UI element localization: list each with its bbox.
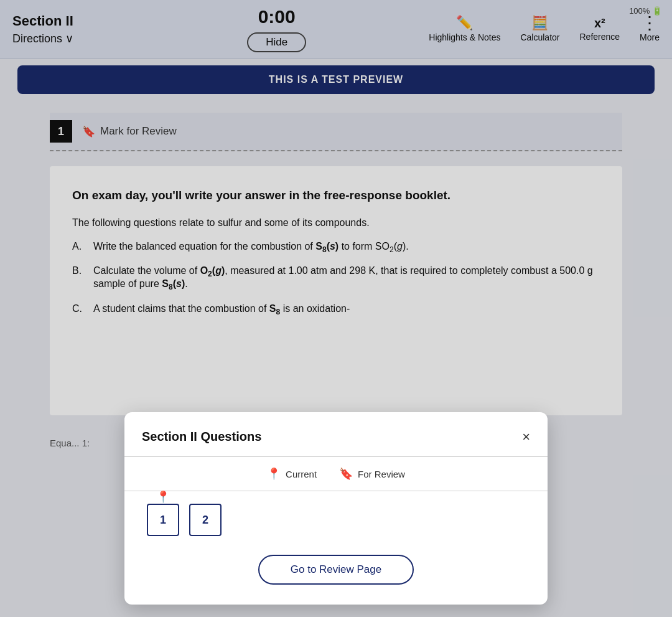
legend-current: 📍 Current (267, 467, 317, 481)
question-nav-2[interactable]: 2 (189, 504, 222, 536)
modal-legend: 📍 Current 🔖 For Review (142, 467, 530, 481)
grid-item-1: 📍 1 (147, 504, 179, 536)
modal-title-row: Section II Questions × (142, 430, 530, 444)
modal-footer: Go to Review Page (142, 555, 530, 585)
legend-review: 🔖 For Review (339, 467, 405, 481)
section-questions-modal: Section II Questions × 📍 Current 🔖 For R… (124, 412, 548, 605)
current-pin: 📍 (156, 490, 170, 504)
legend-review-label: For Review (358, 469, 405, 479)
modal-divider-top (124, 456, 548, 457)
question-nav-1[interactable]: 1 (147, 504, 179, 536)
current-pin-icon: 📍 (267, 467, 281, 481)
grid-item-2: 2 (189, 504, 222, 536)
modal-divider-bottom (124, 491, 548, 491)
question-grid: 📍 1 2 (142, 504, 530, 549)
modal-close-button[interactable]: × (522, 430, 530, 444)
modal-title: Section II Questions (142, 430, 261, 444)
review-bookmark-icon: 🔖 (339, 467, 353, 481)
legend-current-label: Current (286, 469, 317, 479)
modal-overlay: Section II Questions × 📍 Current 🔖 For R… (0, 0, 672, 617)
go-to-review-button[interactable]: Go to Review Page (258, 555, 414, 585)
